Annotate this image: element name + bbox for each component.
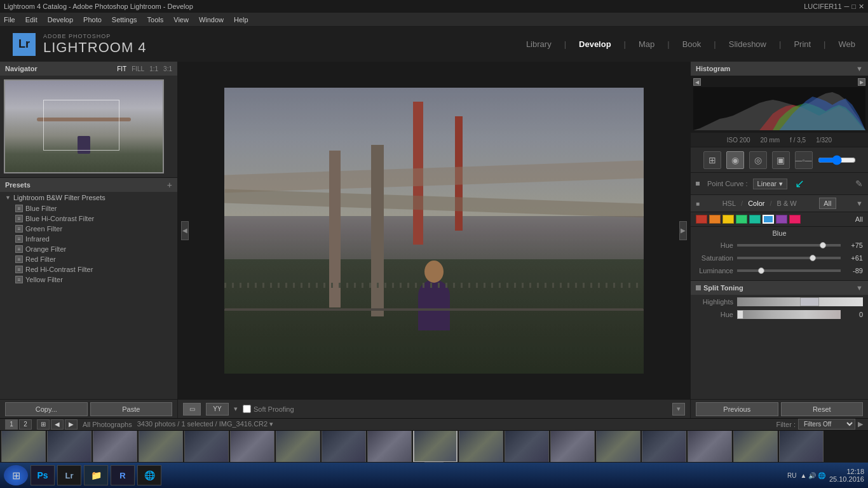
- filter-dropdown[interactable]: Filters Off: [798, 419, 855, 430]
- preset-infrared[interactable]: ≡ Infrared: [0, 234, 177, 244]
- previous-button[interactable]: Previous: [696, 402, 778, 416]
- swatch-aqua[interactable]: [749, 215, 761, 224]
- thumb-12[interactable]: [505, 431, 549, 462]
- taskbar-lightroom[interactable]: Lr: [57, 465, 81, 485]
- all-button[interactable]: All: [819, 198, 836, 209]
- navigator-header[interactable]: Navigator FIT FILL 1:1 3:1: [0, 62, 177, 76]
- all-label[interactable]: All: [855, 215, 863, 223]
- zoom-fill[interactable]: FILL: [132, 65, 144, 72]
- presets-header[interactable]: Presets +: [0, 178, 177, 192]
- nav-print[interactable]: Print: [794, 39, 811, 49]
- thumb-13[interactable]: [550, 431, 595, 462]
- preset-red-hi-contrast[interactable]: ≡ Red Hi-Contrast Filter: [0, 264, 177, 274]
- nav-slideshow[interactable]: Slideshow: [729, 39, 766, 49]
- saturation-track[interactable]: [737, 257, 841, 259]
- taskbar-recommend[interactable]: R: [111, 465, 135, 485]
- swatch-red[interactable]: [696, 215, 707, 224]
- hsl-expand-icon[interactable]: ■: [696, 200, 700, 207]
- thumb-16[interactable]: [688, 431, 732, 462]
- copy-button[interactable]: Copy...: [5, 402, 88, 416]
- point-curve-dropdown[interactable]: Linear ▾: [753, 179, 788, 189]
- thumb-18[interactable]: [779, 431, 824, 462]
- hue-track[interactable]: [737, 244, 841, 247]
- histogram-collapse[interactable]: ▼: [856, 65, 863, 72]
- thumb-6[interactable]: [230, 431, 275, 462]
- thumb-2[interactable]: [47, 431, 92, 462]
- page-2-button[interactable]: 2: [19, 419, 32, 430]
- reset-button[interactable]: Reset: [781, 402, 864, 416]
- filmstrip-nav-right[interactable]: ▶: [65, 419, 78, 430]
- swatch-blue[interactable]: [763, 215, 774, 224]
- filmstrip-nav-left[interactable]: ◀: [51, 419, 64, 430]
- crop-tool[interactable]: ⊞: [703, 151, 721, 169]
- shadow-clipping-icon[interactable]: ◀: [693, 78, 701, 86]
- thumb-3[interactable]: [93, 431, 137, 462]
- split-toning-toggle[interactable]: [696, 285, 701, 290]
- thumb-10-selected[interactable]: [413, 431, 458, 462]
- thumb-4[interactable]: [139, 431, 183, 462]
- filename-dropdown[interactable]: ▾: [269, 420, 273, 428]
- swatch-green[interactable]: [736, 215, 747, 224]
- menu-settings[interactable]: Settings: [112, 16, 137, 24]
- view-loupe-button[interactable]: ▭: [183, 403, 201, 416]
- expand-button[interactable]: ▾: [672, 403, 685, 416]
- view-before-after-button[interactable]: YY: [206, 403, 229, 416]
- nav-library[interactable]: Library: [526, 39, 552, 49]
- paste-button[interactable]: Paste: [90, 402, 173, 416]
- highlight-clipping-icon[interactable]: ▶: [858, 78, 865, 86]
- filmstrip-nav-left-1[interactable]: ⊞: [37, 419, 50, 430]
- menu-edit[interactable]: Edit: [25, 16, 37, 24]
- split-toning-collapse[interactable]: ▼: [856, 284, 863, 292]
- menu-view[interactable]: View: [173, 16, 189, 24]
- swatch-orange[interactable]: [709, 215, 721, 224]
- thumb-17[interactable]: [733, 431, 778, 462]
- thumb-7[interactable]: [276, 431, 320, 462]
- thumb-1[interactable]: [1, 431, 46, 462]
- close-button[interactable]: ✕: [858, 3, 864, 11]
- start-button[interactable]: ⊞: [4, 465, 28, 485]
- highlights-hue-bar[interactable]: [737, 297, 863, 306]
- thumb-15[interactable]: [642, 431, 686, 462]
- preset-blue-hi-contrast[interactable]: ≡ Blue Hi-Contrast Filter: [0, 214, 177, 224]
- swatch-yellow[interactable]: [722, 215, 734, 224]
- nav-map[interactable]: Map: [639, 39, 654, 49]
- swatch-purple[interactable]: [776, 215, 787, 224]
- nav-develop[interactable]: Develop: [579, 39, 611, 49]
- swatch-magenta[interactable]: [789, 215, 801, 224]
- zoom-fit[interactable]: FIT: [117, 65, 126, 72]
- tab-hsl[interactable]: HSL: [720, 198, 738, 208]
- left-panel-toggle[interactable]: ◀: [181, 221, 189, 240]
- menu-file[interactable]: File: [4, 16, 15, 24]
- menu-develop[interactable]: Develop: [48, 16, 73, 24]
- brush-tool[interactable]: —◦—: [795, 151, 813, 169]
- preset-red-filter[interactable]: ≡ Red Filter: [0, 254, 177, 264]
- split-toning-header[interactable]: Split Toning ▼: [691, 281, 868, 295]
- page-1-button[interactable]: 1: [5, 419, 18, 430]
- right-panel-toggle[interactable]: ▶: [679, 221, 687, 240]
- zoom-1-1[interactable]: 1:1: [149, 65, 158, 72]
- thumb-8[interactable]: [322, 431, 366, 462]
- zoom-3-1[interactable]: 3:1: [163, 65, 172, 72]
- exposure-slider[interactable]: [818, 155, 856, 165]
- presets-add-button[interactable]: +: [167, 180, 172, 190]
- menu-help[interactable]: Help: [234, 16, 248, 24]
- thumb-14[interactable]: [596, 431, 641, 462]
- thumb-9[interactable]: [367, 431, 412, 462]
- thumb-5[interactable]: [184, 431, 229, 462]
- gradient-tool[interactable]: ▣: [772, 151, 790, 169]
- preset-folder-bw-header[interactable]: ▼ Lightroom B&W Filter Presets: [0, 192, 177, 203]
- nav-book[interactable]: Book: [682, 39, 702, 49]
- tab-color[interactable]: Color: [745, 198, 767, 208]
- minimize-button[interactable]: ─: [844, 3, 850, 11]
- heal-tool[interactable]: ◉: [726, 151, 744, 169]
- hue-gradient-bar[interactable]: [737, 310, 841, 319]
- menu-photo[interactable]: Photo: [83, 16, 102, 24]
- luminance-track[interactable]: [737, 269, 841, 272]
- menu-window[interactable]: Window: [199, 16, 224, 24]
- taskbar-chrome[interactable]: 🌐: [137, 465, 161, 485]
- thumb-11[interactable]: [459, 431, 503, 462]
- softproof-checkbox[interactable]: [243, 405, 251, 413]
- preset-green-filter[interactable]: ≡ Green Filter: [0, 224, 177, 234]
- redeye-tool[interactable]: ◎: [749, 151, 767, 169]
- tab-bw[interactable]: B & W: [774, 198, 799, 208]
